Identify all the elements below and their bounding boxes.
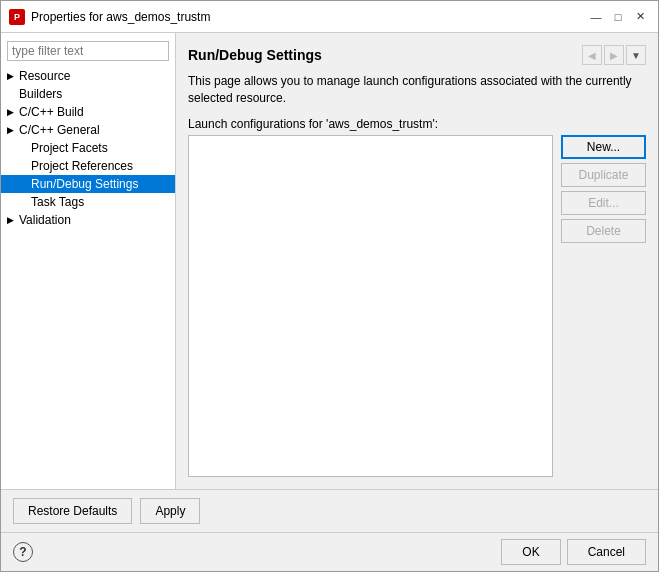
sidebar-item-label: C/C++ Build	[19, 105, 84, 119]
nav-dropdown-button[interactable]: ▼	[626, 45, 646, 65]
new-button[interactable]: New...	[561, 135, 646, 159]
close-button[interactable]: ✕	[630, 7, 650, 27]
sidebar-item-c-c---build[interactable]: ▶C/C++ Build	[1, 103, 175, 121]
sidebar-item-task-tags[interactable]: Task Tags	[1, 193, 175, 211]
footer-right: OK Cancel	[501, 539, 646, 565]
maximize-button[interactable]: □	[608, 7, 628, 27]
sidebar-item-label: Project Facets	[31, 141, 108, 155]
sidebar-item-label: Resource	[19, 69, 70, 83]
sidebar-item-c-c---general[interactable]: ▶C/C++ General	[1, 121, 175, 139]
sidebar-item-label: Builders	[19, 87, 62, 101]
expand-arrow: ▶	[7, 215, 17, 225]
bottom-actions: Restore Defaults Apply	[13, 498, 200, 524]
sidebar-item-project-references[interactable]: Project References	[1, 157, 175, 175]
expand-arrow: ▶	[7, 107, 17, 117]
sidebar-item-run-debug-settings[interactable]: Run/Debug Settings	[1, 175, 175, 193]
sidebar-item-label: Run/Debug Settings	[31, 177, 138, 191]
sidebar-item-label: Validation	[19, 213, 71, 227]
title-bar: P Properties for aws_demos_trustm — □ ✕	[1, 1, 658, 33]
bottom-bar: Restore Defaults Apply	[1, 489, 658, 532]
config-area: New... Duplicate Edit... Delete	[188, 135, 646, 477]
apply-button[interactable]: Apply	[140, 498, 200, 524]
sidebar-item-builders[interactable]: Builders	[1, 85, 175, 103]
app-icon: P	[9, 9, 25, 25]
sidebar-item-label: C/C++ General	[19, 123, 100, 137]
cancel-button[interactable]: Cancel	[567, 539, 646, 565]
footer: ? OK Cancel	[1, 532, 658, 571]
delete-button[interactable]: Delete	[561, 219, 646, 243]
panel-header: Run/Debug Settings ◀ ▶ ▼	[188, 45, 646, 65]
description-text: This page allows you to manage launch co…	[188, 73, 646, 107]
expand-arrow: ▶	[7, 71, 17, 81]
launch-label: Launch configurations for 'aws_demos_tru…	[188, 117, 646, 131]
title-controls: — □ ✕	[586, 7, 650, 27]
filter-input[interactable]	[7, 41, 169, 61]
nav-forward-button[interactable]: ▶	[604, 45, 624, 65]
ok-button[interactable]: OK	[501, 539, 560, 565]
sidebar-item-label: Project References	[31, 159, 133, 173]
config-list[interactable]	[188, 135, 553, 477]
dialog-body: ▶Resource Builders▶C/C++ Build▶C/C++ Gen…	[1, 33, 658, 489]
sidebar-item-resource[interactable]: ▶Resource	[1, 67, 175, 85]
sidebar-item-label: Task Tags	[31, 195, 84, 209]
properties-dialog: P Properties for aws_demos_trustm — □ ✕ …	[0, 0, 659, 572]
nav-buttons: ◀ ▶ ▼	[582, 45, 646, 65]
nav-back-button[interactable]: ◀	[582, 45, 602, 65]
duplicate-button[interactable]: Duplicate	[561, 163, 646, 187]
title-bar-left: P Properties for aws_demos_trustm	[9, 9, 210, 25]
expand-arrow: ▶	[7, 125, 17, 135]
main-panel: Run/Debug Settings ◀ ▶ ▼ This page allow…	[176, 33, 658, 489]
sidebar-item-project-facets[interactable]: Project Facets	[1, 139, 175, 157]
help-button[interactable]: ?	[13, 542, 33, 562]
config-buttons: New... Duplicate Edit... Delete	[561, 135, 646, 477]
panel-title: Run/Debug Settings	[188, 47, 322, 63]
restore-defaults-button[interactable]: Restore Defaults	[13, 498, 132, 524]
dialog-title: Properties for aws_demos_trustm	[31, 10, 210, 24]
edit-button[interactable]: Edit...	[561, 191, 646, 215]
sidebar-item-validation[interactable]: ▶Validation	[1, 211, 175, 229]
minimize-button[interactable]: —	[586, 7, 606, 27]
sidebar: ▶Resource Builders▶C/C++ Build▶C/C++ Gen…	[1, 33, 176, 489]
